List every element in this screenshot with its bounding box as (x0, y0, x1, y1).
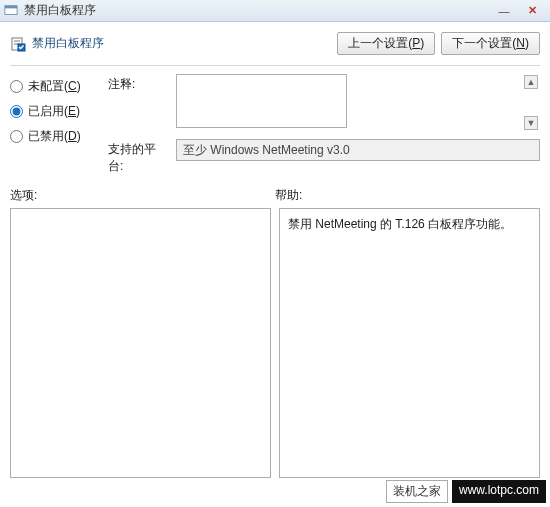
scroll-up-icon[interactable]: ▲ (524, 75, 538, 89)
app-icon (4, 4, 18, 18)
divider (10, 65, 540, 66)
watermark-brand: 装机之家 (386, 480, 448, 503)
policy-icon (10, 36, 26, 52)
radio-disabled[interactable]: 已禁用(D) (10, 128, 108, 145)
window-controls: — ✕ (490, 2, 546, 20)
help-label: 帮助: (275, 187, 540, 204)
comment-label: 注释: (108, 74, 168, 93)
platform-value: 至少 Windows NetMeeting v3.0 (176, 139, 540, 161)
radio-disabled-input[interactable] (10, 130, 23, 143)
help-text: 禁用 NetMeeting 的 T.126 白板程序功能。 (288, 217, 512, 231)
minimize-button[interactable]: — (490, 2, 518, 20)
watermark: 装机之家 www.lotpc.com (386, 480, 546, 503)
svg-rect-1 (5, 5, 17, 8)
comment-input[interactable] (176, 74, 347, 128)
options-label: 选项: (10, 187, 275, 204)
help-panel[interactable]: 禁用 NetMeeting 的 T.126 白板程序功能。 (279, 208, 540, 478)
radio-enabled[interactable]: 已启用(E) (10, 103, 108, 120)
prev-setting-button[interactable]: 上一个设置(P) (337, 32, 435, 55)
radio-enabled-input[interactable] (10, 105, 23, 118)
policy-title: 禁用白板程序 (32, 35, 104, 52)
state-radio-group: 未配置(C) 已启用(E) 已禁用(D) (10, 74, 108, 175)
radio-not-configured-input[interactable] (10, 80, 23, 93)
close-button[interactable]: ✕ (518, 2, 546, 20)
scroll-down-icon[interactable]: ▼ (524, 116, 538, 130)
platform-label: 支持的平台: (108, 139, 168, 175)
watermark-url: www.lotpc.com (452, 480, 546, 503)
policy-header: 禁用白板程序 (10, 35, 104, 52)
titlebar: 禁用白板程序 — ✕ (0, 0, 550, 22)
next-setting-button[interactable]: 下一个设置(N) (441, 32, 540, 55)
window-title: 禁用白板程序 (24, 2, 490, 19)
radio-not-configured[interactable]: 未配置(C) (10, 78, 108, 95)
options-panel[interactable] (10, 208, 271, 478)
